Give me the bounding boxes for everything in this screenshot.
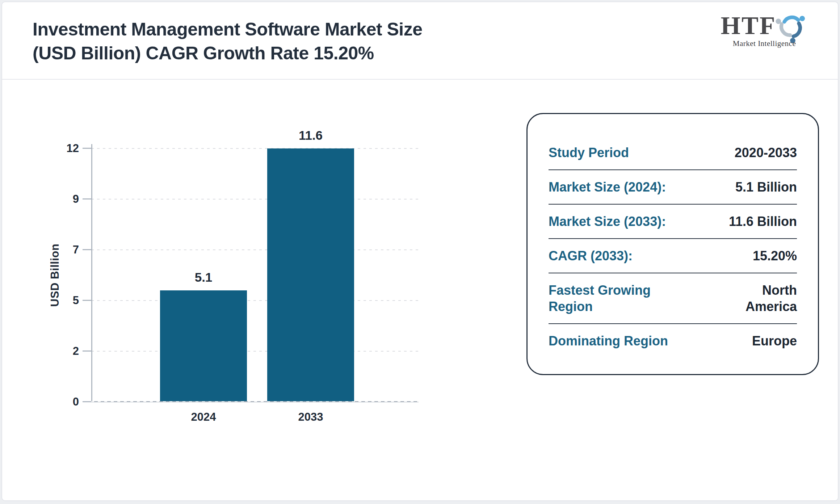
gridline <box>91 148 419 149</box>
row-separator <box>549 323 797 324</box>
panel-row-label: CAGR (2033): <box>549 248 633 264</box>
panel-row-value: 2020-2033 <box>735 144 797 161</box>
row-separator <box>549 238 797 239</box>
gridline <box>91 300 419 301</box>
panel-row-market-size-2033: Market Size (2033): 11.6 Billion <box>549 213 797 230</box>
panel-row-label: Market Size (2024): <box>549 179 666 195</box>
gridline <box>91 199 419 200</box>
panel-row-label: Market Size (2033): <box>549 213 666 230</box>
page-title-line-1: Investment Management Software Market Si… <box>33 17 423 41</box>
bar-chart: 12 9 7 5 2 0 USD Billion 5.1 11.6 2024 2… <box>91 146 419 402</box>
panel-row-label: Dominating Region <box>549 333 668 349</box>
market-report-page: { "header": { "title_lines": [ "Investme… <box>0 0 840 504</box>
y-tick-label: 9 <box>44 193 79 205</box>
bar-2024 <box>160 290 247 402</box>
y-tick <box>83 148 91 149</box>
bar-value-label-2024: 5.1 <box>160 270 247 285</box>
y-tick <box>83 198 91 200</box>
panel-row-label: Fastest Growing Region <box>549 282 668 315</box>
panel-row-study-period: Study Period 2020-2033 <box>549 144 797 161</box>
panel-row-market-size-2024: Market Size (2024): 5.1 Billion <box>549 179 797 195</box>
panel-row-dominating-region: Dominating Region Europe <box>549 333 797 349</box>
y-axis-title: USD Billion <box>49 243 63 308</box>
report-card: Investment Management Software Market Si… <box>1 1 839 501</box>
bar-2033 <box>267 148 354 402</box>
panel-row-value: North America <box>732 282 797 315</box>
page-title-line-2: (USD Billion) CAGR Growth Rate 15.20% <box>33 41 423 65</box>
x-axis-dashes <box>91 401 419 402</box>
gridline <box>91 351 419 352</box>
y-tick <box>83 249 91 250</box>
y-tick-label: 12 <box>44 142 79 155</box>
row-separator <box>549 204 797 205</box>
htf-logo-text: HTF <box>721 10 776 41</box>
people-swirl-icon <box>774 10 808 43</box>
panel-row-cagr: CAGR (2033): 15.20% <box>549 248 797 264</box>
x-tick-label-2033: 2033 <box>267 411 354 424</box>
brand-logo: HTF <box>719 10 810 48</box>
row-separator <box>549 169 797 170</box>
y-axis-line <box>91 144 92 402</box>
brand-logo-row: HTF <box>719 10 810 43</box>
row-separator <box>549 273 797 273</box>
y-tick-label: 0 <box>44 396 79 408</box>
panel-row-value: 5.1 Billion <box>735 179 797 195</box>
header: Investment Management Software Market Si… <box>2 2 838 80</box>
gridline <box>91 249 419 250</box>
x-tick-label-2024: 2024 <box>160 411 247 424</box>
info-panel: Study Period 2020-2033 Market Size (2024… <box>526 113 819 375</box>
bar-value-label-2033: 11.6 <box>267 128 354 143</box>
panel-row-value: Europe <box>752 333 797 349</box>
panel-row-value: 11.6 Billion <box>729 213 797 230</box>
panel-row-value: 15.20% <box>753 248 797 264</box>
page-title: Investment Management Software Market Si… <box>33 17 423 65</box>
panel-row-label: Study Period <box>549 144 629 161</box>
y-tick <box>83 401 91 402</box>
y-tick-label: 2 <box>44 345 79 357</box>
panel-row-fastest-growing-region: Fastest Growing Region North America <box>549 282 797 315</box>
y-tick <box>83 350 91 352</box>
y-tick <box>83 300 91 301</box>
